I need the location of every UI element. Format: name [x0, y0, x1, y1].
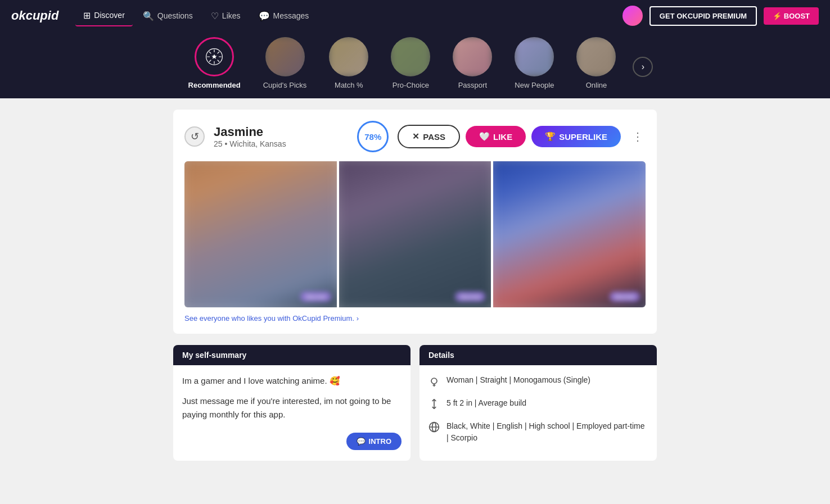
- photo-badge-2: blurred: [455, 292, 485, 302]
- profile-photos: blurred blurred blurred: [184, 161, 646, 307]
- cupids-picks-img: [265, 37, 305, 76]
- discover-tab-online[interactable]: Online: [565, 37, 627, 89]
- cupids-picks-label: Cupid's Picks: [263, 81, 307, 89]
- superlike-icon: 🏆: [545, 131, 556, 142]
- discover-tab-recommended[interactable]: Recommended: [177, 37, 252, 89]
- profile-age-location: 25 • Wichita, Kansas: [214, 139, 348, 148]
- online-img: [576, 37, 616, 76]
- intro-button[interactable]: 💬 INTRO: [346, 433, 402, 450]
- pass-x-icon: ✕: [412, 131, 419, 142]
- pro-choice-label: Pro-Choice: [393, 81, 429, 89]
- likes-icon: ♡: [211, 11, 219, 21]
- detail-row-2: Black, White | English | High school | E…: [428, 420, 648, 444]
- detail-row-1: 5 ft 2 in | Average build: [428, 397, 648, 412]
- self-summary-body: Im a gamer and I love watching anime. 🥰 …: [173, 365, 411, 459]
- nav-questions[interactable]: 🔍 Questions: [135, 6, 201, 26]
- premium-prompt[interactable]: See everyone who likes you with OkCupid …: [184, 314, 646, 323]
- profile-header: ↺ Jasmine 25 • Wichita, Kansas 78% ✕ PAS…: [184, 121, 646, 152]
- detail-ethnicity: Black, White | English | High school | E…: [446, 420, 648, 444]
- self-summary-card: My self-summary Im a gamer and I love wa…: [173, 345, 411, 461]
- superlike-button[interactable]: 🏆 SUPERLIKE: [531, 126, 621, 147]
- match-percent-circle: 78%: [357, 121, 389, 152]
- svg-point-10: [431, 378, 437, 384]
- nav-right: GET OKCUPID PREMIUM ⚡ BOOST: [622, 6, 819, 26]
- action-buttons: ✕ PASS 🤍 LIKE 🏆 SUPERLIKE: [398, 125, 621, 148]
- questions-icon: 🔍: [143, 11, 154, 21]
- nav-likes[interactable]: ♡ Likes: [203, 6, 249, 26]
- self-summary-text: Im a gamer and I love watching anime. 🥰 …: [182, 374, 402, 421]
- profile-photo-1[interactable]: blurred: [184, 161, 337, 307]
- discover-tab-match[interactable]: Match %: [318, 37, 380, 89]
- user-avatar[interactable]: [622, 6, 643, 26]
- intro-icon: 💬: [357, 437, 366, 446]
- svg-line-8: [218, 52, 219, 53]
- undo-button[interactable]: ↺: [184, 126, 205, 147]
- gender-icon: [428, 375, 440, 389]
- svg-line-7: [218, 60, 219, 62]
- svg-line-9: [209, 60, 211, 62]
- online-label: Online: [586, 81, 607, 89]
- height-icon: [428, 398, 440, 412]
- like-heart-icon: 🤍: [479, 131, 490, 142]
- globe-icon: [428, 421, 440, 435]
- profile-photo-3[interactable]: blurred: [493, 161, 646, 307]
- boost-button[interactable]: ⚡ BOOST: [764, 7, 819, 25]
- passport-img: [453, 37, 492, 76]
- photo-badge-3: blurred: [610, 292, 640, 302]
- new-people-label: New People: [515, 81, 554, 89]
- nav-discover[interactable]: ⊞ Discover: [75, 6, 132, 26]
- nav-items: ⊞ Discover 🔍 Questions ♡ Likes 💬 Message…: [75, 6, 622, 26]
- recommended-label: Recommended: [188, 81, 241, 89]
- discover-items: Recommended Cupid's Picks Match % Pro-Ch…: [177, 37, 653, 89]
- profile-name-area: Jasmine 25 • Wichita, Kansas: [214, 125, 348, 148]
- photo-badge-1: blurred: [300, 292, 331, 302]
- info-row: My self-summary Im a gamer and I love wa…: [173, 345, 657, 461]
- details-card: Details Woman | Straight | Monogamous (S…: [419, 345, 657, 461]
- match-img: [329, 37, 368, 76]
- discover-tab-cupids-picks[interactable]: Cupid's Picks: [252, 37, 318, 89]
- discover-tab-new-people[interactable]: New People: [503, 37, 565, 89]
- discover-tab-passport[interactable]: Passport: [441, 37, 503, 89]
- svg-line-6: [209, 52, 211, 53]
- detail-gender: Woman | Straight | Monogamous (Single): [446, 374, 590, 386]
- messages-icon: 💬: [259, 11, 270, 21]
- discover-next-button[interactable]: ›: [633, 57, 653, 77]
- discover-icon: ⊞: [83, 10, 91, 21]
- profile-card: ↺ Jasmine 25 • Wichita, Kansas 78% ✕ PAS…: [173, 110, 657, 334]
- profile-name: Jasmine: [214, 125, 348, 139]
- detail-height: 5 ft 2 in | Average build: [446, 397, 526, 409]
- logo: okcupid: [11, 8, 58, 23]
- more-options-button[interactable]: ⋮: [630, 128, 646, 146]
- pro-choice-img: [391, 37, 430, 76]
- discover-tab-pro-choice[interactable]: Pro-Choice: [380, 37, 441, 89]
- premium-button[interactable]: GET OKCUPID PREMIUM: [649, 6, 757, 26]
- discover-bar: Recommended Cupid's Picks Match % Pro-Ch…: [0, 31, 830, 98]
- main-nav: okcupid ⊞ Discover 🔍 Questions ♡ Likes 💬…: [0, 0, 830, 31]
- passport-label: Passport: [458, 81, 487, 89]
- recommended-icon: [196, 39, 232, 75]
- details-body: Woman | Straight | Monogamous (Single) 5…: [419, 365, 657, 461]
- detail-row-0: Woman | Straight | Monogamous (Single): [428, 374, 648, 389]
- like-button[interactable]: 🤍 LIKE: [466, 126, 526, 147]
- self-summary-header: My self-summary: [173, 345, 411, 365]
- match-label: Match %: [335, 81, 363, 89]
- pass-button[interactable]: ✕ PASS: [398, 125, 460, 148]
- profile-photo-2[interactable]: blurred: [339, 161, 491, 307]
- details-header: Details: [419, 345, 657, 365]
- new-people-img: [515, 37, 554, 76]
- main-content: ↺ Jasmine 25 • Wichita, Kansas 78% ✕ PAS…: [162, 98, 668, 472]
- nav-messages[interactable]: 💬 Messages: [251, 6, 317, 26]
